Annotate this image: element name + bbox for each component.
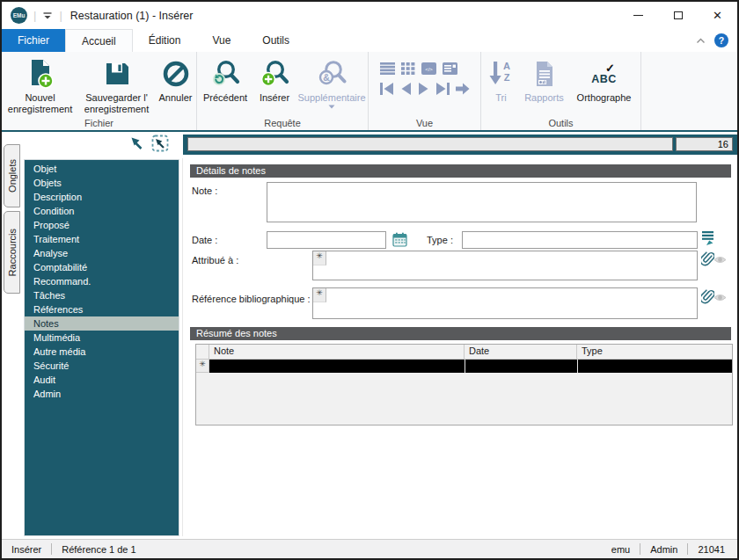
tab-accueil[interactable]: Accueil xyxy=(65,29,133,52)
sidebar-item-references[interactable]: Références xyxy=(25,302,179,316)
quick-access-menu-icon[interactable] xyxy=(42,11,53,20)
minimize-button[interactable] xyxy=(618,2,658,29)
attach-icon[interactable] xyxy=(701,251,714,267)
summary-table-header: Note Date Type xyxy=(196,345,732,360)
status-user: Admin xyxy=(640,544,687,555)
date-label: Date : xyxy=(192,235,217,245)
svg-text:</>: </> xyxy=(425,67,433,72)
lookup-list-icon[interactable] xyxy=(701,230,715,246)
notes-summary-table[interactable]: Note Date Type ✳ xyxy=(195,344,733,425)
side-tab-onglets[interactable]: Onglets xyxy=(4,144,20,207)
help-button[interactable]: ? xyxy=(714,33,728,47)
group-label-vue: Vue xyxy=(369,118,480,128)
status-session: 21041 xyxy=(688,544,737,555)
close-button[interactable]: ✕ xyxy=(698,2,737,29)
table-row[interactable]: ✳ xyxy=(196,360,732,373)
titlebar-separator: | xyxy=(33,9,36,22)
tab-list-sidebar: Objet Objets Description Condition Propo… xyxy=(24,159,179,536)
attach-icon[interactable] xyxy=(701,289,714,305)
status-mode: Insérer xyxy=(2,544,51,555)
tab-outils[interactable]: Outils xyxy=(246,29,305,52)
side-tab-raccourcis[interactable]: Raccourcis xyxy=(4,211,20,294)
cancel-label: Annuler xyxy=(159,92,193,104)
sidebar-item-recommand[interactable]: Recommand. xyxy=(25,274,179,288)
cell-type[interactable] xyxy=(577,360,732,373)
first-record-icon[interactable] xyxy=(380,83,394,95)
column-header-type[interactable]: Type xyxy=(577,345,732,360)
tab-edition[interactable]: Édition xyxy=(133,29,197,52)
previous-query-label: Précédent xyxy=(203,92,247,104)
record-count-field: 16 xyxy=(676,137,733,151)
sidebar-item-analyse[interactable]: Analyse xyxy=(25,246,179,260)
note-input[interactable] xyxy=(267,182,697,222)
sort-az-icon: A Z xyxy=(488,57,515,91)
next-record-icon[interactable] xyxy=(418,83,429,95)
sidebar-item-objets[interactable]: Objets xyxy=(25,176,179,190)
sidebar-item-condition[interactable]: Condition xyxy=(25,204,179,218)
sidebar-item-multimedia[interactable]: Multimédia xyxy=(25,331,179,345)
side-tab-onglets-label: Onglets xyxy=(7,159,18,193)
select-region-icon[interactable] xyxy=(151,135,169,152)
view-grid-icon[interactable] xyxy=(401,62,415,75)
type-input[interactable] xyxy=(462,231,698,249)
group-label-fichier: Fichier xyxy=(2,118,196,128)
calendar-icon[interactable] xyxy=(392,232,407,247)
new-row-marker: ✳ xyxy=(196,360,209,373)
column-header-note[interactable]: Note xyxy=(209,345,465,360)
cell-note[interactable] xyxy=(209,360,465,373)
ribbon-group-outils: A Z Tri xyxy=(481,52,641,130)
sidebar-item-taches[interactable]: Tâches xyxy=(25,288,179,302)
date-input[interactable] xyxy=(267,231,386,249)
search-ampersand-icon: & xyxy=(318,57,347,91)
svg-text:Z: Z xyxy=(503,72,509,83)
ribbon-group-requete: Précédent Insérer xyxy=(197,52,369,130)
cell-date[interactable] xyxy=(465,360,577,373)
section-header-details: Détails de notes xyxy=(190,164,731,178)
reports-label: Rapports xyxy=(524,92,564,104)
cancel-icon xyxy=(161,57,191,91)
bibliographic-reference-label: Référence bibliographique : xyxy=(192,294,311,304)
goto-record-icon[interactable] xyxy=(456,83,470,95)
sidebar-item-objet[interactable]: Objet xyxy=(25,162,179,176)
collapse-ribbon-icon[interactable] xyxy=(696,38,706,44)
tab-vue[interactable]: Vue xyxy=(196,29,246,52)
sidebar-item-description[interactable]: Description xyxy=(25,190,179,204)
pointer-cursor-icon[interactable] xyxy=(130,136,144,151)
column-header-date[interactable]: Date xyxy=(465,345,577,360)
tab-fichier[interactable]: Fichier xyxy=(2,29,65,52)
status-bar: Insérer Référence 1 de 1 emu Admin 21041 xyxy=(2,539,737,558)
view-attachment-eye-icon[interactable] xyxy=(713,293,727,302)
title-bar: EMu | | Restauration (1) - Insérer ✕ xyxy=(2,2,737,29)
sidebar-item-propose[interactable]: Proposé xyxy=(25,218,179,232)
sidebar-item-securite[interactable]: Sécurité xyxy=(25,359,179,373)
previous-record-icon[interactable] xyxy=(400,83,412,95)
ribbon-tab-bar: Fichier Accueil Édition Vue Outils ? xyxy=(2,29,737,52)
sidebar-item-notes[interactable]: Notes xyxy=(25,316,179,331)
view-details-icon[interactable] xyxy=(443,62,457,75)
svg-text:A: A xyxy=(503,61,510,71)
sidebar-item-autre-media[interactable]: Autre média xyxy=(25,345,179,359)
ribbon-accent-line xyxy=(2,130,737,132)
type-label: Type : xyxy=(427,235,453,245)
ribbon-group-fichier: Nouvel enregistrement Sauvegarder l' enr… xyxy=(2,52,197,130)
supplementary-label: Supplémentaire xyxy=(297,92,365,104)
supplementary-dropdown-icon xyxy=(328,105,335,109)
status-reference: Référence 1 de 1 xyxy=(52,544,145,555)
sidebar-item-admin[interactable]: Admin xyxy=(25,387,179,401)
section-header-summary: Résumé des notes xyxy=(190,327,731,340)
new-record-label: Nouvel enregistrement xyxy=(3,92,78,114)
sidebar-item-traitement[interactable]: Traitement xyxy=(25,232,179,246)
view-attachment-eye-icon[interactable] xyxy=(713,255,727,265)
attributed-to-grid[interactable]: ✳ xyxy=(312,251,698,280)
new-record-icon xyxy=(26,57,55,91)
spelling-label: Orthographe xyxy=(577,92,632,104)
notes-detail-panel: Détails de notes Note : Date : Type : xyxy=(182,158,739,536)
bibliographic-reference-grid[interactable]: ✳ xyxy=(312,287,698,319)
view-page-icon[interactable]: </> xyxy=(421,62,436,75)
sidebar-item-audit[interactable]: Audit xyxy=(25,373,179,387)
maximize-button[interactable] xyxy=(658,2,698,29)
sidebar-item-comptabilite[interactable]: Comptabilité xyxy=(25,260,179,274)
side-tab-raccourcis-label: Raccourcis xyxy=(7,229,18,276)
last-record-icon[interactable] xyxy=(435,83,450,95)
view-list-icon[interactable] xyxy=(380,62,395,75)
